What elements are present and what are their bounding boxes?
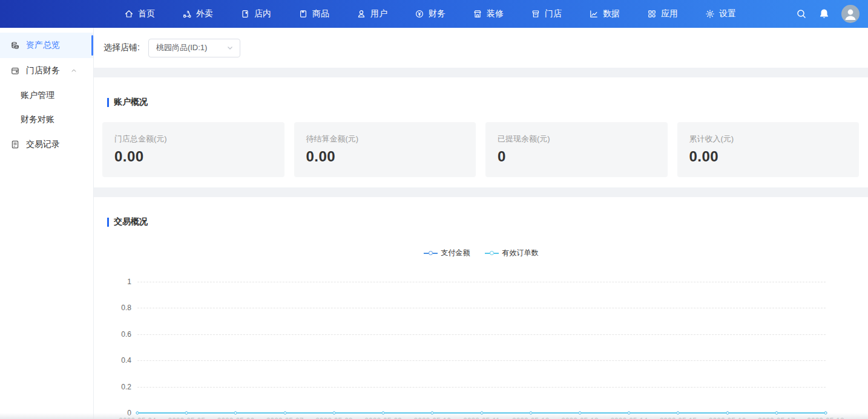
apps-icon (647, 9, 657, 19)
instore-icon (240, 9, 250, 19)
stat-value: 0.00 (306, 148, 464, 165)
y-axis-tick-label: 0.8 (121, 304, 131, 312)
topnav-label: 商品 (312, 8, 329, 19)
transaction-overview-section: 交易概况 支付金额有效订单数 00.20.40.60.812022-05-042… (94, 197, 868, 419)
gridline (137, 334, 826, 335)
chart-legend: 支付金额有效订单数 (94, 248, 868, 258)
transaction-overview-title: 交易概况 (94, 197, 868, 227)
chevron-up-icon (70, 67, 77, 74)
stat-card: 已提现余额(元)0 (485, 122, 668, 177)
stat-label: 已提现余额(元) (498, 134, 656, 145)
divider (94, 68, 868, 77)
sidebar-item-label: 交易记录 (26, 139, 60, 150)
chevron-down-icon (226, 44, 234, 51)
data-icon (589, 9, 599, 19)
sidebar-subitem[interactable]: 财务对账 (0, 108, 93, 132)
shop-select-row: 选择店铺: 桃园尚品(ID:1) (94, 28, 868, 68)
stat-card: 累计收入(元)0.00 (677, 122, 860, 177)
line-chart: 00.20.40.60.812022-05-042022-05-052022-0… (137, 282, 826, 413)
topnav-label: 首页 (138, 8, 155, 19)
main-content: 选择店铺: 桃园尚品(ID:1) 账户概况 门店总金额(元)0.00待结算金额(… (94, 28, 868, 419)
topnav-item-instore[interactable]: 店内 (240, 8, 271, 19)
legend-label: 支付金额 (441, 248, 470, 258)
divider (94, 187, 868, 197)
sidebar-item-label: 资产总览 (26, 40, 60, 51)
avatar[interactable] (841, 5, 860, 23)
topnav-item-store[interactable]: 门店 (531, 8, 562, 19)
topnav-item-user[interactable]: 用户 (357, 8, 387, 19)
topnav-label: 用户 (370, 8, 387, 19)
topnav-label: 装修 (487, 8, 504, 19)
topnav-item-settings[interactable]: 设置 (705, 8, 736, 19)
y-axis-tick-label: 1 (127, 278, 131, 286)
topnav-item-data[interactable]: 数据 (589, 8, 620, 19)
top-nav: 首页外卖店内商品用户财务装修门店数据应用设置 (124, 8, 736, 19)
stat-cards: 门店总金额(元)0.00待结算金额(元)0.00已提现余额(元)0累计收入(元)… (102, 122, 859, 177)
topnav-item-decorate[interactable]: 装修 (473, 8, 504, 19)
topnav-label: 门店 (545, 8, 562, 19)
user-icon (357, 9, 366, 19)
legend-item-1[interactable]: 支付金额 (424, 248, 470, 258)
top-navbar: 首页外卖店内商品用户财务装修门店数据应用设置 (0, 0, 868, 28)
topnav-item-home[interactable]: 首页 (124, 8, 155, 19)
stat-label: 待结算金额(元) (306, 134, 464, 145)
title-accent-bar (107, 218, 109, 227)
decorate-icon (473, 9, 482, 19)
account-overview-title: 账户概况 (94, 77, 868, 108)
title-accent-bar (107, 98, 109, 107)
home-icon (124, 9, 134, 19)
search-icon[interactable] (796, 8, 807, 19)
store-icon (531, 9, 541, 19)
shop-select[interactable]: 桃园尚品(ID:1) (148, 39, 240, 57)
gridline (137, 387, 826, 388)
records-icon (10, 140, 20, 149)
stat-card: 待结算金额(元)0.00 (294, 122, 476, 177)
legend-marker-icon (485, 251, 499, 255)
y-axis-tick-label: 0.6 (121, 330, 131, 339)
stat-label: 累计收入(元) (689, 134, 847, 145)
topnav-item-goods[interactable]: 商品 (298, 8, 329, 19)
sidebar-item-assets[interactable]: 资产总览 (0, 33, 93, 58)
active-indicator (91, 35, 93, 56)
topnav-label: 设置 (719, 8, 736, 19)
topnav-label: 财务 (429, 8, 446, 19)
y-axis-tick-label: 0.4 (121, 356, 131, 365)
topnav-label: 应用 (661, 8, 678, 19)
legend-marker-icon (424, 251, 438, 255)
stat-value: 0.00 (689, 148, 847, 165)
stat-value: 0 (498, 148, 656, 165)
sidebar-subitem[interactable]: 账户管理 (0, 83, 93, 108)
stat-label: 门店总金额(元) (114, 134, 272, 145)
goods-icon (298, 9, 308, 19)
sidebar-item-wallet[interactable]: 门店财务 (0, 58, 93, 83)
shop-select-value: 桃园尚品(ID:1) (156, 42, 226, 53)
shop-select-label: 选择店铺: (104, 42, 140, 53)
legend-label: 有效订单数 (502, 248, 539, 258)
finance-icon (415, 9, 424, 19)
topnav-label: 店内 (254, 8, 271, 19)
topnav-label: 数据 (603, 8, 620, 19)
stat-card: 门店总金额(元)0.00 (102, 122, 284, 177)
sidebar: 资产总览门店财务账户管理财务对账交易记录 (0, 28, 94, 419)
notifications-bell-icon[interactable] (819, 8, 829, 19)
takeout-icon (182, 9, 192, 19)
topnav-item-finance[interactable]: 财务 (415, 8, 446, 19)
assets-icon (10, 41, 20, 50)
sidebar-item-label: 门店财务 (26, 65, 60, 76)
settings-icon (705, 9, 715, 19)
sidebar-item-records[interactable]: 交易记录 (0, 132, 93, 157)
gridline (137, 282, 826, 282)
bottom-fade (0, 413, 868, 419)
legend-item-2[interactable]: 有效订单数 (485, 248, 539, 258)
topnav-label: 外卖 (196, 8, 213, 19)
topbar-right (796, 0, 860, 28)
account-overview-section: 账户概况 门店总金额(元)0.00待结算金额(元)0.00已提现余额(元)0累计… (94, 77, 868, 187)
gridline (137, 360, 826, 361)
wallet-icon (10, 66, 20, 76)
stat-value: 0.00 (114, 148, 272, 165)
topnav-item-takeout[interactable]: 外卖 (182, 8, 213, 19)
y-axis-tick-label: 0.2 (121, 383, 131, 391)
gridline (137, 308, 826, 308)
topnav-item-apps[interactable]: 应用 (647, 8, 678, 19)
